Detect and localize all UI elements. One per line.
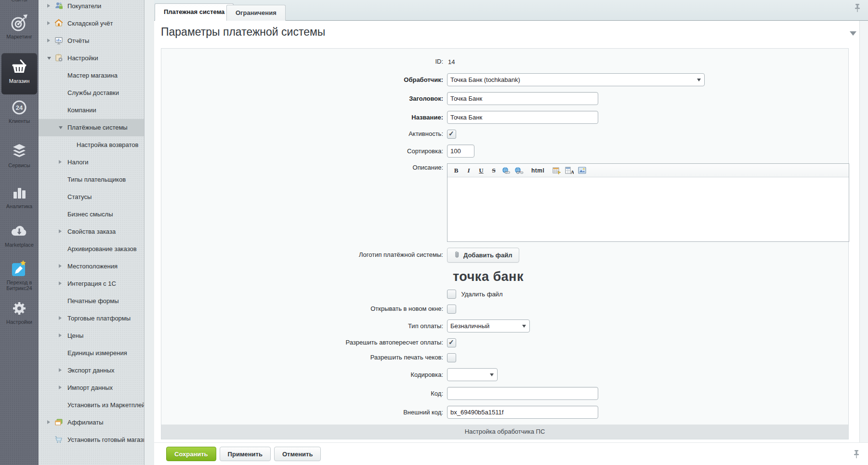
cancel-button[interactable]: Отменить	[274, 447, 321, 461]
expand-arrow-icon[interactable]	[47, 420, 50, 424]
expand-arrow-icon[interactable]	[47, 21, 50, 25]
menu-item[interactable]: Покупатели	[39, 0, 145, 15]
unlink-icon[interactable]	[514, 166, 524, 175]
menu-item[interactable]: Складской учёт	[39, 15, 145, 32]
print-checks-label: Разрешить печать чеков:	[161, 353, 447, 362]
underline-icon[interactable]: U	[476, 166, 486, 175]
bitrix-admin-window: Сайты МаркетингМагазин24КлиентыСервисыАн…	[0, 0, 868, 465]
expand-arrow-icon[interactable]	[47, 4, 50, 8]
name-label: Название:	[161, 111, 447, 124]
expand-arrow-icon[interactable]	[47, 39, 50, 42]
font-properties-icon[interactable]: A	[565, 166, 574, 175]
add-file-button[interactable]: Добавить файл	[447, 248, 519, 263]
menu-item[interactable]: Торговые платформы	[39, 310, 145, 327]
table-icon[interactable]	[552, 166, 562, 175]
pin-icon[interactable]	[853, 450, 860, 459]
tab-payment-system[interactable]: Платежная система	[155, 3, 234, 21]
external-code-input[interactable]	[447, 406, 598, 419]
menu-item[interactable]: Отчёты	[39, 32, 145, 50]
print-checks-checkbox[interactable]	[447, 353, 456, 362]
menu-item[interactable]: Печатные формы	[39, 292, 145, 310]
link-icon[interactable]	[501, 166, 511, 175]
rail-item-services-layers[interactable]: Сервисы	[0, 142, 39, 168]
menu-item[interactable]: Установить из Маркетплей	[39, 397, 145, 414]
image-icon[interactable]	[577, 166, 587, 175]
save-button[interactable]: Сохранить	[166, 447, 216, 461]
sort-input[interactable]	[447, 145, 474, 158]
delete-file-checkbox[interactable]	[447, 290, 456, 299]
expand-arrow-icon[interactable]	[59, 281, 62, 285]
panel-gutter	[145, 0, 154, 465]
menu-item[interactable]: Типы плательщиков	[39, 171, 145, 188]
menu-item[interactable]: Мастер магазина	[39, 67, 145, 84]
encoding-select[interactable]	[447, 368, 498, 381]
collapse-arrow-icon[interactable]	[59, 126, 63, 129]
menu-item[interactable]: Установить готовый магази	[39, 431, 145, 449]
rail-item-analytics-bars[interactable]: Аналитика	[0, 183, 39, 209]
analytics-bars-icon	[10, 183, 29, 202]
menu-item-label: Настройки	[67, 54, 98, 62]
menu-item[interactable]: Налоги	[39, 154, 145, 171]
expand-arrow-icon[interactable]	[59, 368, 62, 372]
rail-item-bitrix24[interactable]: Переход в Битрикс24	[0, 259, 39, 291]
external-code-label: Внешний код:	[161, 406, 447, 419]
rail-item-clients-24[interactable]: 24Клиенты	[0, 98, 39, 124]
scrollbar-track[interactable]	[859, 0, 868, 465]
menu-item[interactable]: Бизнес смыслы	[39, 206, 145, 223]
name-input[interactable]	[447, 111, 598, 124]
rail-item-shop-basket[interactable]: Магазин	[1, 53, 37, 94]
bold-icon[interactable]: B	[451, 166, 461, 175]
italic-icon[interactable]: I	[464, 166, 473, 175]
description-row: Описание: BIUShtmlA	[161, 163, 848, 242]
tab-restrictions[interactable]: Ограничения	[226, 5, 286, 21]
ready-shop-cart-icon	[54, 435, 63, 444]
menu-item[interactable]: Платёжные системы	[39, 119, 145, 136]
new-window-label: Открывать в новом окне:	[161, 305, 447, 314]
handler-select[interactable]: Точка Банк (tochkabank)	[447, 73, 705, 86]
menu-item[interactable]: Архивирование заказов	[39, 240, 145, 258]
html-mode-icon[interactable]: html	[531, 166, 544, 175]
strikethrough-icon[interactable]: S	[489, 166, 499, 175]
menu-item[interactable]: Цены	[39, 327, 145, 345]
menu-item[interactable]: Настройки	[39, 50, 145, 67]
menu-item[interactable]: Местоположения	[39, 258, 145, 275]
collapse-arrow-icon[interactable]	[47, 57, 51, 60]
rail-item-settings-gear[interactable]: Настройки	[0, 299, 39, 325]
menu-item[interactable]: Экспорт данных	[39, 362, 145, 379]
module-rail: Сайты МаркетингМагазин24КлиентыСервисыАн…	[0, 0, 39, 465]
expand-arrow-icon[interactable]	[59, 385, 62, 389]
menu-item[interactable]: Компании	[39, 102, 145, 119]
chevron-down-icon[interactable]	[850, 31, 856, 36]
active-row: Активность:	[161, 130, 848, 139]
handler-settings-section-header: Настройка обработчика ПС	[161, 425, 848, 439]
id-row: ID: 14	[161, 57, 848, 66]
menu-item[interactable]: Импорт данных	[39, 379, 145, 397]
header-input[interactable]	[447, 92, 598, 105]
menu-item[interactable]: Интеграция с 1С	[39, 275, 145, 292]
payment-type-select[interactable]: Безналичный	[447, 319, 530, 332]
expand-arrow-icon[interactable]	[59, 333, 62, 337]
expand-arrow-icon[interactable]	[59, 264, 62, 268]
settings-clipboard-icon	[54, 53, 63, 62]
expand-arrow-icon[interactable]	[59, 229, 62, 233]
auto-recalc-checkbox[interactable]	[447, 338, 456, 347]
pin-icon[interactable]	[854, 3, 861, 13]
menu-item[interactable]: Статусы	[39, 188, 145, 206]
code-input[interactable]	[447, 387, 598, 400]
menu-item[interactable]: Единицы измерения	[39, 345, 145, 362]
active-checkbox[interactable]	[447, 130, 456, 139]
expand-arrow-icon[interactable]	[59, 316, 62, 320]
menu-item[interactable]: Настройка возвратов	[39, 136, 145, 154]
new-window-checkbox[interactable]	[447, 305, 456, 314]
sort-row: Сортировка:	[161, 145, 848, 158]
expand-arrow-icon[interactable]	[59, 160, 62, 164]
menu-item[interactable]: Службы доставки	[39, 84, 145, 102]
form-page: Параметры платежной системы ID: 14 Обраб…	[154, 21, 868, 442]
payment-type-select-wrap: Безналичный	[447, 319, 530, 332]
rail-item-marketing-target[interactable]: Маркетинг	[0, 13, 39, 40]
menu-item[interactable]: Свойства заказа	[39, 223, 145, 240]
menu-item[interactable]: Аффилиаты	[39, 414, 145, 431]
apply-button[interactable]: Применить	[220, 447, 271, 461]
rail-item-marketplace-cloud[interactable]: Marketplace	[0, 222, 39, 248]
description-textarea[interactable]	[447, 177, 849, 241]
